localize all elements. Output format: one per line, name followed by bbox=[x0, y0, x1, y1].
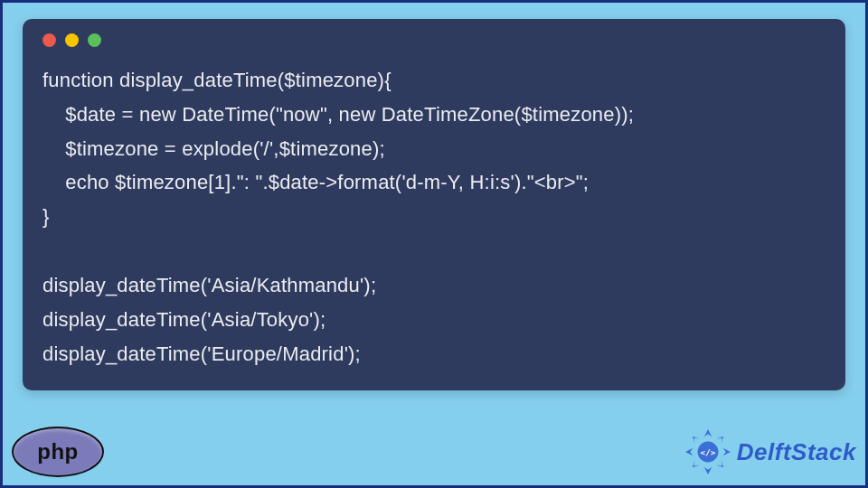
brand-name: DelftStack bbox=[737, 438, 856, 466]
delftstack-icon: </> bbox=[684, 428, 731, 475]
maximize-icon bbox=[88, 33, 101, 47]
svg-marker-3 bbox=[685, 448, 693, 455]
close-icon bbox=[42, 33, 56, 47]
minimize-icon bbox=[65, 33, 79, 47]
svg-marker-6 bbox=[693, 460, 700, 467]
window-controls bbox=[42, 33, 826, 47]
brand-wrap: </> DelftStack bbox=[684, 428, 856, 475]
code-window: function display_dateTime($timezone){ $d… bbox=[23, 19, 845, 390]
svg-marker-0 bbox=[704, 429, 712, 436]
php-logo: php bbox=[12, 427, 104, 477]
svg-marker-2 bbox=[704, 467, 712, 474]
svg-marker-4 bbox=[716, 436, 723, 444]
footer: php </> DelftStack bbox=[12, 424, 856, 480]
svg-marker-7 bbox=[693, 436, 700, 444]
svg-marker-5 bbox=[716, 460, 723, 467]
svg-text:</>: </> bbox=[700, 447, 715, 457]
svg-marker-1 bbox=[722, 448, 730, 455]
code-block: function display_dateTime($timezone){ $d… bbox=[42, 63, 826, 371]
